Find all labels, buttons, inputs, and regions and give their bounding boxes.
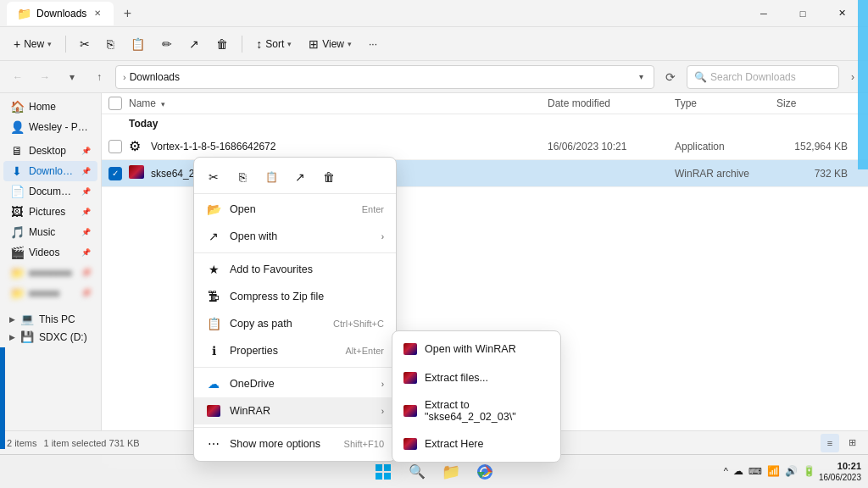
- sidebar-item-desktop[interactable]: 🖥 Desktop 📌: [3, 141, 97, 161]
- select-all-checkbox[interactable]: [108, 97, 122, 110]
- ctx-paste-button[interactable]: 📋: [259, 164, 284, 190]
- sidebar-item-music[interactable]: 🎵 Music 📌: [3, 222, 97, 242]
- sort-button[interactable]: ↕ Sort ▾: [249, 33, 298, 55]
- sidebar-item-blurred2[interactable]: 📁 ●●●●● 📌: [3, 283, 97, 303]
- address-path-bar[interactable]: › Downloads ▾: [115, 65, 654, 89]
- onedrive-tray-icon[interactable]: ☁: [733, 465, 743, 477]
- view-button[interactable]: ⊞ View ▾: [302, 33, 359, 55]
- ctx-winrar-item[interactable]: WinRAR ›: [194, 397, 396, 424]
- tab-close-button[interactable]: ✕: [92, 8, 103, 19]
- address-dropdown-arrow[interactable]: ▾: [636, 72, 647, 81]
- up-button[interactable]: ↑: [88, 66, 110, 88]
- submenu-extract-to-label: Extract to "skse64_2_02_03\": [425, 399, 550, 423]
- new-button[interactable]: + New ▾: [7, 33, 58, 55]
- sidebar-sdxc[interactable]: ▶ 💾 SDXC (D:): [3, 328, 97, 346]
- copy-button[interactable]: ⎘: [100, 33, 120, 55]
- sidebar-item-blurred1[interactable]: 📁 ●●●●●●● 📌: [3, 263, 97, 283]
- header-date[interactable]: Date modified: [548, 97, 675, 109]
- ctx-delete-button[interactable]: 🗑: [316, 164, 342, 190]
- ctx-compress-zip-item[interactable]: 🗜 Compress to Zip file: [194, 283, 396, 310]
- cut-button[interactable]: ✂: [73, 33, 97, 55]
- delete-button[interactable]: 🗑: [209, 33, 235, 55]
- submenu-extract-files[interactable]: Extract files...: [392, 363, 560, 392]
- desktop-pin-icon: 📌: [81, 147, 91, 155]
- new-tab-button[interactable]: +: [115, 2, 139, 25]
- ctx-open-with-icon: ↗: [206, 229, 221, 244]
- vortex-checkbox[interactable]: [108, 140, 122, 153]
- ctx-properties-label: Properties: [230, 345, 337, 357]
- header-check[interactable]: [108, 97, 129, 110]
- ctx-add-favourites-item[interactable]: ★ Add to Favourites: [194, 256, 396, 283]
- paste-button[interactable]: 📋: [124, 33, 152, 55]
- delete-icon: 🗑: [216, 37, 228, 51]
- refresh-button[interactable]: ⟳: [659, 66, 682, 88]
- sidebar-item-videos[interactable]: 🎬 Videos 📌: [3, 242, 97, 263]
- ctx-properties-shortcut: Alt+Enter: [345, 346, 384, 356]
- more-options-button[interactable]: ···: [362, 34, 384, 54]
- ctx-share-button[interactable]: ↗: [287, 164, 313, 190]
- ctx-open-with-item[interactable]: ↗ Open with ›: [194, 223, 396, 250]
- header-size[interactable]: Size: [776, 97, 861, 109]
- keyboard-icon[interactable]: ⌨: [748, 466, 762, 477]
- rename-button[interactable]: ✏: [155, 33, 179, 55]
- submenu-open-winrar-label: Open with WinRAR: [425, 343, 516, 355]
- copy-icon: ⎘: [107, 37, 114, 51]
- group-today: Today: [102, 114, 868, 133]
- forward-button[interactable]: →: [34, 66, 56, 88]
- details-view-button[interactable]: ≡: [821, 434, 839, 452]
- submenu-open-winrar[interactable]: Open with WinRAR: [392, 335, 560, 363]
- ctx-onedrive-item[interactable]: ☁ OneDrive ›: [194, 370, 396, 397]
- ctx-open-item[interactable]: 📂 Open Enter: [194, 196, 396, 223]
- header-name[interactable]: Name ▾: [129, 97, 548, 109]
- ctx-onedrive-icon: ☁: [206, 376, 221, 391]
- svg-rect-3: [384, 473, 391, 480]
- back-button[interactable]: ←: [7, 66, 29, 88]
- tiles-view-button[interactable]: ⊞: [843, 434, 861, 452]
- ctx-onedrive-arrow: ›: [381, 380, 384, 389]
- sidebar-this-pc[interactable]: ▶ 💻 This PC: [3, 310, 97, 328]
- skse64-size: 732 KB: [776, 168, 861, 180]
- blurred1-pin-icon: 📌: [81, 269, 91, 277]
- sidebar-item-pictures[interactable]: 🖼 Pictures 📌: [3, 202, 97, 222]
- windows-logo-icon: [376, 464, 391, 480]
- blue-accent-bar: [0, 347, 5, 449]
- sidebar-item-personal[interactable]: 👤 Wesley - Perso...: [3, 117, 97, 137]
- ctx-cut-button[interactable]: ✂: [201, 164, 226, 190]
- volume-icon[interactable]: 🔊: [785, 465, 798, 477]
- svg-rect-2: [376, 473, 382, 480]
- ctx-winrar-icon: [206, 403, 221, 419]
- sidebar-item-documents[interactable]: 📄 Documents 📌: [3, 181, 97, 202]
- share-button[interactable]: ↗: [182, 33, 206, 55]
- sidebar-item-downloads[interactable]: ⬇ Downloads 📌: [3, 161, 97, 181]
- close-button[interactable]: ✕: [822, 0, 861, 27]
- vortex-size: 152,964 KB: [776, 141, 861, 152]
- tray-arrow-icon[interactable]: ^: [724, 466, 728, 476]
- skse64-check-area[interactable]: ✓: [108, 167, 129, 180]
- header-type[interactable]: Type: [675, 97, 776, 109]
- ctx-add-favourites-label: Add to Favourites: [230, 263, 384, 275]
- name-column-label: Name: [129, 97, 156, 109]
- minimize-button[interactable]: ─: [744, 0, 783, 27]
- wifi-icon[interactable]: 📶: [767, 465, 780, 477]
- ctx-copy-button[interactable]: ⎘: [230, 164, 255, 190]
- ctx-properties-item[interactable]: ℹ Properties Alt+Enter: [194, 337, 396, 364]
- recent-locations-button[interactable]: ▾: [61, 66, 83, 88]
- maximize-button[interactable]: □: [783, 0, 822, 27]
- sidebar-item-home[interactable]: 🏠 Home: [3, 97, 97, 117]
- submenu-extract-to[interactable]: Extract to "skse64_2_02_03\": [392, 392, 560, 430]
- toolbar-sep-2: [242, 36, 242, 53]
- sdxc-drive-icon: 💾: [20, 330, 34, 343]
- ctx-copy-path-item[interactable]: 📋 Copy as path Ctrl+Shift+C: [194, 310, 396, 337]
- taskbar-clock[interactable]: 10:21 16/06/2023: [819, 460, 861, 483]
- search-box[interactable]: 🔍 Search Downloads: [687, 65, 839, 89]
- ctx-show-more-item[interactable]: ⋯ Show more options Shift+F10: [194, 430, 396, 458]
- ctx-compress-label: Compress to Zip file: [230, 291, 384, 302]
- ctx-properties-icon: ℹ: [206, 343, 221, 358]
- active-tab[interactable]: 📁 Downloads ✕: [7, 2, 114, 25]
- vortex-check-area[interactable]: [108, 140, 129, 153]
- submenu-extract-here-icon: [403, 436, 418, 452]
- submenu-extract-files-label: Extract files...: [425, 372, 488, 384]
- skse64-checkbox[interactable]: ✓: [108, 167, 122, 180]
- battery-icon[interactable]: 🔋: [803, 465, 815, 477]
- submenu-extract-here[interactable]: Extract Here: [392, 430, 560, 458]
